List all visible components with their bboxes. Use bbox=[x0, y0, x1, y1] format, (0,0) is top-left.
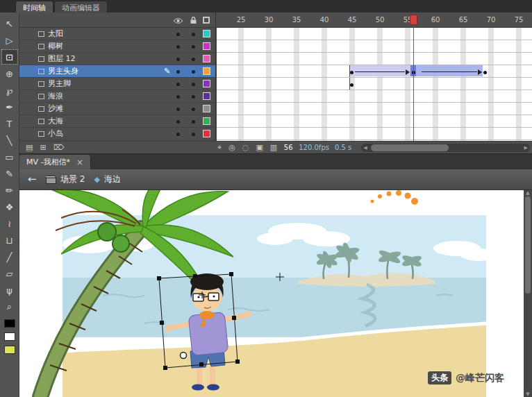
layer-visibility-dot[interactable] bbox=[176, 120, 180, 124]
motion-tween-span[interactable] bbox=[349, 65, 410, 76]
layer-color-swatch[interactable] bbox=[203, 130, 210, 137]
layer-row[interactable]: 椰树 bbox=[19, 40, 215, 53]
paint-bucket-tool-button[interactable]: ⊔ bbox=[1, 233, 18, 248]
lasso-tool-button[interactable]: ℘ bbox=[1, 83, 18, 98]
frames-row[interactable] bbox=[217, 28, 532, 40]
layer-row[interactable]: 男主脚 bbox=[19, 78, 215, 90]
layer-color-swatch[interactable] bbox=[203, 105, 210, 112]
layer-row[interactable]: 太阳 bbox=[19, 28, 215, 40]
pencil-tool-button[interactable]: ✎ bbox=[1, 166, 18, 181]
onion-skin-button[interactable]: ◎ bbox=[228, 144, 236, 151]
stage-canvas[interactable] bbox=[19, 190, 524, 397]
selected-keyframe[interactable] bbox=[410, 65, 416, 76]
layer-color-swatch[interactable] bbox=[203, 80, 210, 87]
keyframe-dot[interactable] bbox=[483, 71, 487, 74]
layer-visibility-dot[interactable] bbox=[176, 83, 180, 86]
layer-lock-dot[interactable] bbox=[192, 95, 195, 99]
free-transform-tool-button[interactable]: ⊡ bbox=[1, 49, 18, 65]
hand-tool-button[interactable]: ψ bbox=[1, 282, 18, 298]
scroll-right-arrow-icon[interactable]: ▶ bbox=[522, 145, 530, 151]
rectangle-tool-button[interactable]: ▭ bbox=[1, 149, 18, 164]
layer-visibility-dot[interactable] bbox=[176, 95, 180, 99]
layer-lock-dot[interactable] bbox=[192, 33, 195, 36]
lock-icon[interactable] bbox=[190, 16, 197, 24]
stroke-color-swatch[interactable] bbox=[4, 319, 15, 328]
stage[interactable]: 头条 @峰芒闪客 ▲ ▼ bbox=[19, 190, 532, 397]
text-tool-button[interactable]: T bbox=[1, 116, 18, 131]
tab-timeline[interactable]: 时间轴 bbox=[15, 1, 53, 12]
layer-row[interactable]: 小岛 bbox=[19, 128, 215, 140]
edit-multiple-frames-button[interactable]: ▣ bbox=[255, 144, 263, 151]
frame-rate-value[interactable]: 120.0fps bbox=[299, 144, 329, 151]
keyframe-dot[interactable] bbox=[350, 71, 354, 74]
scroll-down-arrow-icon[interactable]: ▼ bbox=[524, 391, 531, 397]
scroll-left-arrow-icon[interactable]: ◀ bbox=[361, 145, 369, 151]
scrollbar-thumb[interactable] bbox=[525, 196, 531, 294]
layer-row-selected[interactable]: 男主头身✎ bbox=[19, 65, 215, 78]
eyedropper-tool-button[interactable]: ╱ bbox=[1, 249, 18, 264]
layer-color-swatch[interactable] bbox=[203, 55, 210, 62]
new-folder-button[interactable]: ⊞ bbox=[39, 144, 47, 151]
document-tab[interactable]: MV -我相信* × bbox=[19, 155, 91, 169]
back-arrow-icon[interactable]: ← bbox=[25, 173, 39, 187]
pen-tool-button[interactable]: ✒ bbox=[1, 99, 18, 115]
visibility-eye-icon[interactable] bbox=[173, 17, 183, 24]
frames-row[interactable] bbox=[217, 78, 532, 90]
layer-visibility-dot[interactable] bbox=[176, 45, 180, 49]
layer-row[interactable]: 海浪 bbox=[19, 90, 215, 103]
eraser-tool-button[interactable]: ▱ bbox=[1, 266, 18, 281]
3d-rotation-tool-button[interactable]: ⊕ bbox=[1, 66, 18, 81]
frames-row[interactable] bbox=[217, 40, 532, 53]
outline-mode-icon[interactable] bbox=[203, 17, 210, 24]
vertical-scrollbar[interactable]: ▲ ▼ bbox=[524, 190, 532, 397]
frames-row[interactable] bbox=[217, 115, 532, 128]
new-layer-button[interactable]: ▤ bbox=[25, 144, 33, 151]
layer-row[interactable]: 大海 bbox=[19, 115, 215, 128]
close-icon[interactable]: × bbox=[76, 158, 83, 167]
bone-tool-button[interactable]: ≀ bbox=[1, 216, 18, 231]
timeline-horizontal-scrollbar[interactable]: ◀ ▶ bbox=[361, 144, 530, 152]
modify-markers-button[interactable]: ▥ bbox=[269, 144, 278, 151]
layer-row[interactable]: 沙滩 bbox=[19, 103, 215, 115]
frames-row[interactable] bbox=[217, 128, 532, 140]
scrollbar-thumb[interactable] bbox=[371, 144, 449, 151]
brush-tool-button[interactable]: ✏ bbox=[1, 183, 18, 198]
scroll-up-arrow-icon[interactable]: ▲ bbox=[524, 190, 531, 196]
highlight-color-swatch[interactable] bbox=[4, 346, 15, 354]
subselection-tool-button[interactable]: ▷ bbox=[1, 33, 18, 48]
layer-lock-dot[interactable] bbox=[192, 120, 195, 124]
center-frame-button[interactable]: ⌖ bbox=[217, 144, 222, 151]
layer-color-swatch[interactable] bbox=[203, 117, 210, 125]
layer-visibility-dot[interactable] bbox=[176, 133, 180, 136]
layer-color-swatch[interactable] bbox=[203, 67, 210, 75]
frames-row[interactable] bbox=[217, 53, 532, 65]
deco-tool-button[interactable]: ❖ bbox=[1, 199, 18, 214]
layer-row[interactable]: 图层 12 bbox=[19, 53, 215, 65]
selection-tool-button[interactable]: ↖ bbox=[1, 16, 18, 31]
layer-visibility-dot[interactable] bbox=[176, 33, 180, 36]
layer-lock-dot[interactable] bbox=[192, 58, 195, 61]
breadcrumb-scene[interactable]: 场景 2 bbox=[44, 174, 87, 185]
elapsed-time-value[interactable]: 0.5 s bbox=[335, 144, 351, 151]
layer-visibility-dot[interactable] bbox=[176, 70, 180, 74]
layer-lock-dot[interactable] bbox=[192, 108, 195, 111]
timeline-ruler[interactable]: 25 30 35 40 45 50 55 60 65 70 75 bbox=[217, 12, 532, 28]
zoom-tool-button[interactable]: ⌕ bbox=[1, 299, 18, 314]
tab-motion-editor[interactable]: 动画编辑器 bbox=[54, 1, 108, 12]
layer-color-swatch[interactable] bbox=[203, 42, 210, 50]
delete-layer-button[interactable]: ⌦ bbox=[53, 144, 65, 151]
layer-color-swatch[interactable] bbox=[203, 92, 210, 100]
layer-lock-dot[interactable] bbox=[192, 45, 195, 49]
layer-lock-dot[interactable] bbox=[192, 70, 195, 74]
frames-row[interactable] bbox=[217, 103, 532, 115]
fill-color-swatch[interactable] bbox=[4, 332, 15, 341]
layer-visibility-dot[interactable] bbox=[176, 58, 180, 61]
frames-row-selected[interactable] bbox=[217, 65, 532, 78]
keyframe-dot[interactable] bbox=[350, 83, 354, 87]
layer-lock-dot[interactable] bbox=[192, 83, 195, 86]
onion-skin-outlines-button[interactable]: ◌ bbox=[242, 144, 250, 151]
breadcrumb-symbol[interactable]: ◆ 海边 bbox=[92, 174, 122, 185]
layer-color-swatch[interactable] bbox=[203, 30, 210, 37]
line-tool-button[interactable]: ╲ bbox=[1, 133, 18, 148]
layer-visibility-dot[interactable] bbox=[176, 108, 180, 111]
